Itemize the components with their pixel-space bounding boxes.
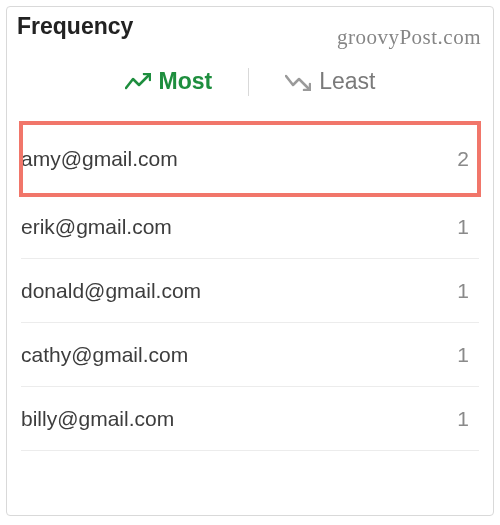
- tab-label: Least: [319, 68, 375, 95]
- email-cell: cathy@gmail.com: [21, 343, 188, 367]
- list-row[interactable]: erik@gmail.com 1: [21, 195, 479, 259]
- tabs: Most Least: [7, 58, 493, 123]
- tab-most[interactable]: Most: [107, 64, 231, 99]
- count-cell: 1: [457, 407, 479, 431]
- email-cell: amy@gmail.com: [21, 147, 178, 171]
- list-row[interactable]: cathy@gmail.com 1: [21, 323, 479, 387]
- frequency-card: groovyPost.com Frequency Most Least: [6, 6, 494, 516]
- list: amy@gmail.com 2 erik@gmail.com 1 donald@…: [7, 123, 493, 451]
- list-row[interactable]: billy@gmail.com 1: [21, 387, 479, 451]
- email-cell: erik@gmail.com: [21, 215, 172, 239]
- watermark: groovyPost.com: [337, 25, 481, 50]
- email-cell: billy@gmail.com: [21, 407, 174, 431]
- tab-divider: [248, 68, 249, 96]
- count-cell: 1: [457, 215, 479, 239]
- count-cell: 1: [457, 279, 479, 303]
- trend-down-icon: [285, 73, 311, 91]
- trend-up-icon: [125, 73, 151, 91]
- list-row[interactable]: amy@gmail.com 2: [21, 123, 479, 195]
- tab-label: Most: [159, 68, 213, 95]
- count-cell: 2: [457, 147, 479, 171]
- count-cell: 1: [457, 343, 479, 367]
- tab-least[interactable]: Least: [267, 64, 393, 99]
- email-cell: donald@gmail.com: [21, 279, 201, 303]
- list-row[interactable]: donald@gmail.com 1: [21, 259, 479, 323]
